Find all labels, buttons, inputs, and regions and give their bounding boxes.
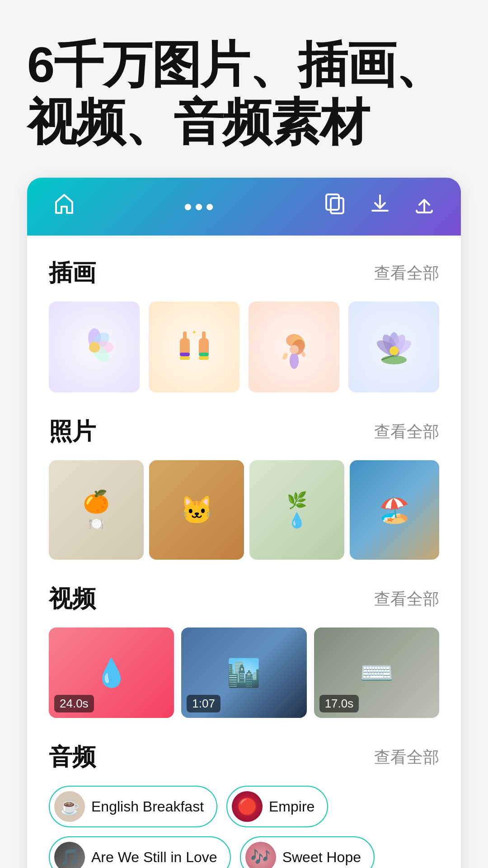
audio-label-sweet-hope: Sweet Hope <box>282 849 361 866</box>
audio-pill-empire[interactable]: 🔴Empire <box>226 786 328 827</box>
audio-label-english-breakfast: English Breakfast <box>91 798 204 815</box>
illustration-row: ✦ <box>49 302 439 392</box>
audio-pill-sweet-hope[interactable]: 🎶Sweet Hope <box>240 836 375 868</box>
download-icon[interactable] <box>369 193 391 221</box>
layers-icon[interactable] <box>324 193 347 221</box>
audio-label-are-we-still-in-love: Are We Still in Love <box>91 849 217 866</box>
videos-row: 💧 24.0s 🏙️ 1:07 ⌨️ 17.0s <box>49 627 439 718</box>
app-body: 插画 查看全部 <box>27 236 461 868</box>
audio-pills-row: ☕English Breakfast🔴Empire🎵Are We Still i… <box>49 786 439 868</box>
photo-item-cat[interactable]: 🐱 <box>149 460 244 560</box>
app-card: ••• 插画 <box>27 178 461 868</box>
photo-item-herb[interactable]: 🌿 💧 <box>249 460 344 560</box>
audio-thumb-sweet-hope: 🎶 <box>245 842 276 868</box>
illustration-item-flower[interactable] <box>49 302 140 392</box>
svg-text:✦: ✦ <box>192 329 197 336</box>
svg-rect-0 <box>326 194 339 210</box>
video-duration-3: 17.0s <box>319 695 359 712</box>
audio-pill-english-breakfast[interactable]: ☕English Breakfast <box>49 786 217 827</box>
svg-rect-13 <box>199 353 209 356</box>
audio-pill-are-we-still-in-love[interactable]: 🎵Are We Still in Love <box>49 836 231 868</box>
video-item-city[interactable]: 🏙️ 1:07 <box>181 627 306 718</box>
photos-header: 照片 查看全部 <box>49 416 439 448</box>
svg-rect-14 <box>199 356 209 360</box>
svg-point-21 <box>281 352 289 360</box>
svg-rect-1 <box>331 198 343 213</box>
toolbar-right <box>324 193 436 221</box>
video-item-desk[interactable]: ⌨️ 17.0s <box>314 627 439 718</box>
video-duration-2: 1:07 <box>187 695 221 712</box>
illustration-title: 插画 <box>49 257 96 289</box>
photos-section: 照片 查看全部 🍊 🍽️ 🐱 <box>49 416 439 560</box>
svg-point-6 <box>89 342 100 353</box>
home-icon[interactable] <box>52 192 76 221</box>
photo-item-beach[interactable]: 🏖️ <box>350 460 439 560</box>
illustration-item-lotus[interactable] <box>348 302 439 392</box>
share-icon[interactable] <box>413 193 436 221</box>
svg-rect-9 <box>180 353 190 356</box>
illustration-item-hands[interactable]: ✦ <box>149 302 239 392</box>
photos-view-all[interactable]: 查看全部 <box>374 421 439 443</box>
video-item-water[interactable]: 💧 24.0s <box>49 627 174 718</box>
svg-rect-8 <box>183 331 187 340</box>
video-duration-1: 24.0s <box>54 695 94 712</box>
videos-title: 视频 <box>49 583 96 615</box>
svg-rect-10 <box>180 356 190 360</box>
hero-title: 6千万图片、插画、 视频、音频素材 <box>0 0 488 178</box>
audio-section: 音频 查看全部 ☕English Breakfast🔴Empire🎵Are We… <box>49 741 439 868</box>
illustration-header: 插画 查看全部 <box>49 257 439 289</box>
illustration-view-all[interactable]: 查看全部 <box>374 262 439 284</box>
more-icon[interactable]: ••• <box>184 193 217 220</box>
audio-header: 音频 查看全部 <box>49 741 439 773</box>
svg-point-28 <box>389 346 399 355</box>
photos-title: 照片 <box>49 416 96 448</box>
videos-section: 视频 查看全部 💧 24.0s 🏙️ 1:07 ⌨️ 17.0s <box>49 583 439 718</box>
audio-thumb-english-breakfast: ☕ <box>54 791 85 822</box>
videos-header: 视频 查看全部 <box>49 583 439 615</box>
illustration-section: 插画 查看全部 <box>49 257 439 392</box>
audio-view-all[interactable]: 查看全部 <box>374 746 439 769</box>
svg-point-19 <box>290 353 299 369</box>
audio-thumb-empire: 🔴 <box>232 791 263 822</box>
svg-point-29 <box>381 355 407 364</box>
audio-thumb-are-we-still-in-love: 🎵 <box>54 842 85 868</box>
photo-item-food[interactable]: 🍊 🍽️ <box>49 460 144 560</box>
videos-view-all[interactable]: 查看全部 <box>374 588 439 610</box>
audio-label-empire: Empire <box>269 798 314 815</box>
illustration-item-girl[interactable] <box>249 302 339 392</box>
audio-title: 音频 <box>49 741 96 773</box>
svg-rect-12 <box>202 331 206 340</box>
svg-point-20 <box>290 345 299 354</box>
photos-row: 🍊 🍽️ 🐱 🌿 💧 <box>49 460 439 560</box>
app-toolbar: ••• <box>27 178 461 236</box>
